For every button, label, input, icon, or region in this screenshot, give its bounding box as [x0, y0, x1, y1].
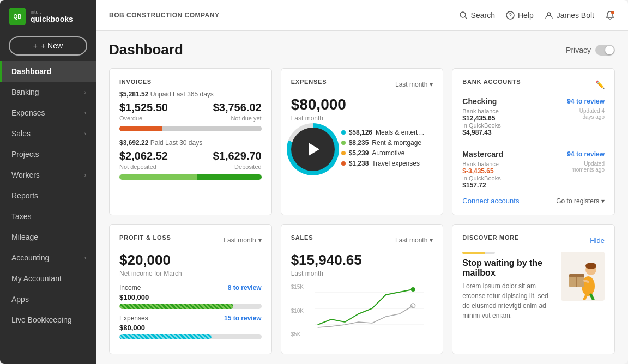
- dashboard-content: Dashboard Privacy INVOICES $5,281.52 Unp…: [96, 31, 628, 364]
- paid-period: Last 30 days: [165, 139, 202, 147]
- invoices-paid-row: $3,692.22 Paid Last 30 days: [119, 139, 262, 147]
- discover-title: DISCOVER MORE: [462, 234, 519, 241]
- chevron-right-icon: ›: [84, 89, 86, 95]
- sidebar-item-banking[interactable]: Banking ›: [0, 82, 96, 102]
- sidebar-item-accountant[interactable]: My Accountant: [0, 268, 96, 289]
- privacy-switch[interactable]: [595, 45, 615, 56]
- sidebar-item-projects[interactable]: Projects: [0, 144, 96, 165]
- bank-header: BANK ACCOUNTS ✏️: [462, 78, 605, 90]
- page-header: Dashboard Privacy: [109, 41, 615, 58]
- svg-line-18: [584, 295, 587, 299]
- sidebar-item-livebookkeeping[interactable]: Live Bookkeeping: [0, 310, 96, 330]
- profit-loss-card: PROFIT & LOSS Last month ▾ $20,000 Net i…: [109, 224, 272, 354]
- toggle-knob: [605, 46, 614, 54]
- discover-image: [561, 252, 605, 301]
- discover-hide-button[interactable]: Hide: [590, 236, 605, 245]
- expenses-period-selector[interactable]: Last month ▾: [395, 81, 433, 88]
- mastercard-updated: Updatedmoments ago: [571, 161, 605, 173]
- discover-illustration: [564, 253, 602, 300]
- discover-description: Lorem ipsum dolor sit am etconse tetur d…: [462, 281, 555, 320]
- notdue-label: Not due yet: [231, 115, 261, 122]
- checking-balance-block: Bank balance $12,435.65 in QuickBooks $4…: [462, 108, 500, 136]
- user-label: James Bolt: [557, 11, 594, 20]
- privacy-toggle[interactable]: Privacy: [566, 45, 615, 56]
- expense-item-automotive: $5,239 Automotive: [341, 149, 433, 157]
- pl-expenses-row: Expenses 15 to review $80,000: [119, 314, 262, 339]
- chevron-down-icon: ▾: [430, 81, 433, 88]
- mastercard-review-link[interactable]: 94 to review: [567, 150, 605, 158]
- sidebar-item-sales[interactable]: Sales ›: [0, 123, 96, 144]
- invoices-paid-amounts: $2,062.52 $1,629.70: [119, 150, 262, 162]
- checking-name: Checking: [462, 97, 497, 106]
- sidebar-item-dashboard[interactable]: Dashboard: [0, 61, 96, 82]
- expenses-period: Last month: [395, 81, 427, 88]
- sidebar-item-label: Banking: [11, 88, 39, 96]
- sidebar-item-label: Sales: [11, 129, 31, 138]
- chevron-right-icon: ›: [84, 172, 86, 178]
- go-to-registers-link[interactable]: Go to registers ▾: [556, 197, 605, 205]
- invoices-paid-bar: [119, 174, 262, 180]
- checking-review-link[interactable]: 94 to review: [567, 98, 605, 105]
- sidebar-item-apps[interactable]: Apps: [0, 289, 96, 310]
- new-button[interactable]: + + New: [9, 36, 87, 56]
- expenses-label: Expenses: [119, 314, 148, 322]
- chevron-down-icon: ▾: [601, 197, 605, 205]
- sidebar: QB intuit quickbooks + + New Dashboard B…: [0, 0, 96, 364]
- chevron-down-icon: ▾: [430, 236, 433, 244]
- edit-icon[interactable]: ✏️: [595, 80, 605, 89]
- sidebar-item-label: Apps: [11, 295, 29, 304]
- user-button[interactable]: James Bolt: [545, 11, 594, 20]
- svg-point-9: [411, 287, 415, 292]
- notdeposited-label: Not deposited: [119, 163, 156, 170]
- chart-y-label: $10K: [291, 308, 304, 314]
- connect-accounts-link[interactable]: Connect accounts: [462, 197, 519, 205]
- bank-footer: Connect accounts Go to registers ▾: [462, 197, 605, 205]
- expense-dot: [341, 141, 346, 145]
- expenses-title: EXPENSES: [291, 78, 327, 85]
- chevron-right-icon: ›: [84, 131, 86, 137]
- paid-amount: $3,692.22: [119, 139, 148, 147]
- sidebar-item-mileage[interactable]: Mileage: [0, 227, 96, 247]
- sidebar-item-expenses[interactable]: Expenses ›: [0, 102, 96, 123]
- notdeposited-amount: $2,062.52: [119, 150, 168, 162]
- paid-label: Paid: [150, 139, 164, 147]
- sales-chart: $15K $10K $5K: [291, 284, 433, 338]
- svg-point-5: [611, 11, 614, 14]
- help-button[interactable]: ? Help: [506, 11, 534, 20]
- play-button[interactable]: [291, 128, 335, 171]
- invoices-progress: [119, 126, 262, 131]
- sidebar-item-workers[interactable]: Workers ›: [0, 165, 96, 185]
- income-value: $100,000: [119, 293, 149, 301]
- discover-card-title: Stop waiting by the mailbox: [462, 258, 555, 278]
- sidebar-item-taxes[interactable]: Taxes: [0, 206, 96, 227]
- sidebar-item-reports[interactable]: Reports: [0, 185, 96, 206]
- sidebar-item-label: Projects: [11, 150, 39, 159]
- discover-header: DISCOVER MORE Hide: [462, 234, 605, 246]
- expenses-review-link[interactable]: 15 to review: [224, 314, 262, 322]
- sidebar-item-label: Accounting: [11, 253, 49, 262]
- expense-item-meals: $58,126 Meals & entert…: [341, 129, 433, 136]
- invoices-title: INVOICES: [119, 78, 262, 85]
- notifications-button[interactable]: [605, 10, 615, 20]
- search-button[interactable]: Search: [459, 11, 495, 20]
- sidebar-item-label: Mileage: [11, 233, 38, 241]
- expenses-header: EXPENSES Last month ▾: [291, 78, 433, 90]
- invoices-amounts-row: $1,525.50 $3,756.02: [119, 101, 262, 114]
- svg-line-1: [465, 17, 467, 19]
- sidebar-item-accounting[interactable]: Accounting ›: [0, 247, 96, 268]
- invoices-unpaid-row: $5,281.52 Unpaid Last 365 days: [119, 90, 262, 98]
- sidebar-item-label: Reports: [11, 191, 38, 200]
- income-label: Income: [119, 284, 141, 292]
- invoices-paid-labels: Not deposited Deposited: [119, 163, 262, 170]
- notdue-amount: $3,756.02: [213, 101, 262, 114]
- invoices-progress-bar: [119, 126, 262, 131]
- pl-period-selector[interactable]: Last month ▾: [224, 236, 261, 244]
- sales-period-selector[interactable]: Last month ▾: [395, 236, 433, 244]
- dashboard-grid: INVOICES $5,281.52 Unpaid Last 365 days …: [109, 68, 615, 354]
- sales-period: Last month: [395, 236, 427, 244]
- income-review-link[interactable]: 8 to review: [228, 284, 262, 292]
- plus-icon: +: [33, 41, 38, 50]
- svg-line-17: [584, 281, 588, 282]
- main-area: BOB CONSTRUCTION COMPANY Search ? Help: [96, 0, 628, 364]
- mastercard-balance-block: Bank balance $-3,435.65 in QuickBooks $1…: [462, 161, 500, 189]
